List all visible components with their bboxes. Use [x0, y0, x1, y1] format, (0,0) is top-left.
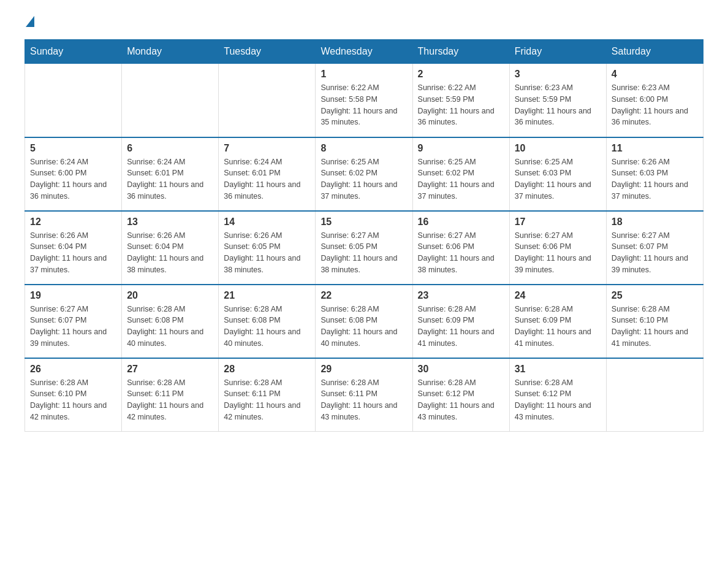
day-info: Sunrise: 6:26 AM Sunset: 6:05 PM Dayligh… [224, 230, 310, 276]
day-info: Sunrise: 6:28 AM Sunset: 6:10 PM Dayligh… [30, 377, 116, 423]
day-number: 27 [127, 364, 213, 375]
calendar-cell: 12Sunrise: 6:26 AM Sunset: 6:04 PM Dayli… [25, 211, 122, 285]
calendar-cell: 28Sunrise: 6:28 AM Sunset: 6:11 PM Dayli… [219, 358, 316, 432]
calendar-cell: 13Sunrise: 6:26 AM Sunset: 6:04 PM Dayli… [122, 211, 219, 285]
day-number: 17 [515, 216, 601, 228]
day-number: 6 [127, 143, 213, 154]
calendar-cell: 26Sunrise: 6:28 AM Sunset: 6:10 PM Dayli… [25, 358, 122, 432]
page-header [25, 18, 703, 27]
column-header-sunday: Sunday [25, 40, 122, 64]
day-number: 13 [127, 216, 213, 228]
day-info: Sunrise: 6:24 AM Sunset: 6:01 PM Dayligh… [127, 156, 213, 202]
day-info: Sunrise: 6:28 AM Sunset: 6:11 PM Dayligh… [320, 377, 407, 423]
calendar-week-row: 26Sunrise: 6:28 AM Sunset: 6:10 PM Dayli… [25, 358, 703, 432]
day-number: 14 [224, 216, 310, 228]
calendar-cell: 14Sunrise: 6:26 AM Sunset: 6:05 PM Dayli… [219, 211, 316, 285]
day-info: Sunrise: 6:22 AM Sunset: 5:58 PM Dayligh… [320, 82, 407, 128]
column-header-monday: Monday [122, 40, 219, 64]
day-number: 11 [612, 143, 698, 154]
calendar-cell: 17Sunrise: 6:27 AM Sunset: 6:06 PM Dayli… [509, 211, 606, 285]
day-info: Sunrise: 6:28 AM Sunset: 6:08 PM Dayligh… [127, 304, 213, 350]
calendar-week-row: 1Sunrise: 6:22 AM Sunset: 5:58 PM Daylig… [25, 64, 703, 137]
calendar-cell: 8Sunrise: 6:25 AM Sunset: 6:02 PM Daylig… [316, 137, 412, 211]
day-info: Sunrise: 6:26 AM Sunset: 6:03 PM Dayligh… [612, 156, 698, 202]
day-number: 30 [418, 364, 504, 375]
day-number: 4 [612, 69, 698, 80]
calendar-week-row: 5Sunrise: 6:24 AM Sunset: 6:00 PM Daylig… [25, 137, 703, 211]
day-number: 29 [320, 364, 407, 375]
day-info: Sunrise: 6:28 AM Sunset: 6:11 PM Dayligh… [224, 377, 310, 423]
day-info: Sunrise: 6:22 AM Sunset: 5:59 PM Dayligh… [418, 82, 504, 128]
calendar-cell: 2Sunrise: 6:22 AM Sunset: 5:59 PM Daylig… [412, 64, 509, 137]
day-number: 12 [30, 216, 116, 228]
calendar-week-row: 19Sunrise: 6:27 AM Sunset: 6:07 PM Dayli… [25, 285, 703, 358]
calendar-cell: 1Sunrise: 6:22 AM Sunset: 5:58 PM Daylig… [316, 64, 412, 137]
calendar-cell: 30Sunrise: 6:28 AM Sunset: 6:12 PM Dayli… [412, 358, 509, 432]
calendar-cell: 9Sunrise: 6:25 AM Sunset: 6:02 PM Daylig… [412, 137, 509, 211]
day-info: Sunrise: 6:28 AM Sunset: 6:12 PM Dayligh… [418, 377, 504, 423]
day-info: Sunrise: 6:24 AM Sunset: 6:00 PM Dayligh… [30, 156, 116, 202]
day-number: 7 [224, 143, 310, 154]
column-header-saturday: Saturday [606, 40, 703, 64]
day-number: 16 [418, 216, 504, 228]
day-number: 18 [612, 216, 698, 228]
day-info: Sunrise: 6:24 AM Sunset: 6:01 PM Dayligh… [224, 156, 310, 202]
calendar-header-row: SundayMondayTuesdayWednesdayThursdayFrid… [25, 40, 703, 64]
day-info: Sunrise: 6:28 AM Sunset: 6:09 PM Dayligh… [515, 304, 601, 350]
column-header-friday: Friday [509, 40, 606, 64]
day-info: Sunrise: 6:28 AM Sunset: 6:08 PM Dayligh… [224, 304, 310, 350]
day-number: 21 [224, 290, 310, 301]
day-number: 24 [515, 290, 601, 301]
day-info: Sunrise: 6:25 AM Sunset: 6:02 PM Dayligh… [418, 156, 504, 202]
calendar-cell: 31Sunrise: 6:28 AM Sunset: 6:12 PM Dayli… [509, 358, 606, 432]
day-info: Sunrise: 6:28 AM Sunset: 6:08 PM Dayligh… [320, 304, 407, 350]
day-info: Sunrise: 6:25 AM Sunset: 6:03 PM Dayligh… [515, 156, 601, 202]
day-number: 10 [515, 143, 601, 154]
calendar-cell: 7Sunrise: 6:24 AM Sunset: 6:01 PM Daylig… [219, 137, 316, 211]
day-number: 9 [418, 143, 504, 154]
calendar-cell: 22Sunrise: 6:28 AM Sunset: 6:08 PM Dayli… [316, 285, 412, 358]
day-info: Sunrise: 6:26 AM Sunset: 6:04 PM Dayligh… [30, 230, 116, 276]
day-number: 5 [30, 143, 116, 154]
calendar-cell: 16Sunrise: 6:27 AM Sunset: 6:06 PM Dayli… [412, 211, 509, 285]
calendar-cell: 18Sunrise: 6:27 AM Sunset: 6:07 PM Dayli… [606, 211, 703, 285]
calendar-cell: 21Sunrise: 6:28 AM Sunset: 6:08 PM Dayli… [219, 285, 316, 358]
calendar-cell: 25Sunrise: 6:28 AM Sunset: 6:10 PM Dayli… [606, 285, 703, 358]
column-header-thursday: Thursday [412, 40, 509, 64]
logo-triangle-icon [26, 16, 34, 27]
calendar-cell: 27Sunrise: 6:28 AM Sunset: 6:11 PM Dayli… [122, 358, 219, 432]
calendar-cell: 15Sunrise: 6:27 AM Sunset: 6:05 PM Dayli… [316, 211, 412, 285]
day-info: Sunrise: 6:27 AM Sunset: 6:07 PM Dayligh… [30, 304, 116, 350]
day-info: Sunrise: 6:27 AM Sunset: 6:07 PM Dayligh… [612, 230, 698, 276]
day-number: 1 [320, 69, 407, 80]
calendar-cell: 20Sunrise: 6:28 AM Sunset: 6:08 PM Dayli… [122, 285, 219, 358]
day-number: 23 [418, 290, 504, 301]
calendar-cell: 6Sunrise: 6:24 AM Sunset: 6:01 PM Daylig… [122, 137, 219, 211]
day-number: 8 [320, 143, 407, 154]
calendar-cell: 24Sunrise: 6:28 AM Sunset: 6:09 PM Dayli… [509, 285, 606, 358]
day-info: Sunrise: 6:26 AM Sunset: 6:04 PM Dayligh… [127, 230, 213, 276]
calendar-cell [219, 64, 316, 137]
calendar-cell: 5Sunrise: 6:24 AM Sunset: 6:00 PM Daylig… [25, 137, 122, 211]
calendar-cell: 10Sunrise: 6:25 AM Sunset: 6:03 PM Dayli… [509, 137, 606, 211]
calendar-cell: 3Sunrise: 6:23 AM Sunset: 5:59 PM Daylig… [509, 64, 606, 137]
column-header-tuesday: Tuesday [219, 40, 316, 64]
calendar-cell [122, 64, 219, 137]
day-info: Sunrise: 6:25 AM Sunset: 6:02 PM Dayligh… [320, 156, 407, 202]
day-number: 31 [515, 364, 601, 375]
calendar-week-row: 12Sunrise: 6:26 AM Sunset: 6:04 PM Dayli… [25, 211, 703, 285]
calendar-cell: 19Sunrise: 6:27 AM Sunset: 6:07 PM Dayli… [25, 285, 122, 358]
day-number: 22 [320, 290, 407, 301]
day-number: 2 [418, 69, 504, 80]
day-number: 26 [30, 364, 116, 375]
calendar-cell: 23Sunrise: 6:28 AM Sunset: 6:09 PM Dayli… [412, 285, 509, 358]
day-number: 15 [320, 216, 407, 228]
day-info: Sunrise: 6:23 AM Sunset: 6:00 PM Dayligh… [612, 82, 698, 128]
day-info: Sunrise: 6:28 AM Sunset: 6:11 PM Dayligh… [127, 377, 213, 423]
column-header-wednesday: Wednesday [316, 40, 412, 64]
day-info: Sunrise: 6:27 AM Sunset: 6:06 PM Dayligh… [418, 230, 504, 276]
calendar-cell: 29Sunrise: 6:28 AM Sunset: 6:11 PM Dayli… [316, 358, 412, 432]
day-info: Sunrise: 6:28 AM Sunset: 6:09 PM Dayligh… [418, 304, 504, 350]
calendar-table: SundayMondayTuesdayWednesdayThursdayFrid… [25, 39, 703, 432]
calendar-cell: 11Sunrise: 6:26 AM Sunset: 6:03 PM Dayli… [606, 137, 703, 211]
